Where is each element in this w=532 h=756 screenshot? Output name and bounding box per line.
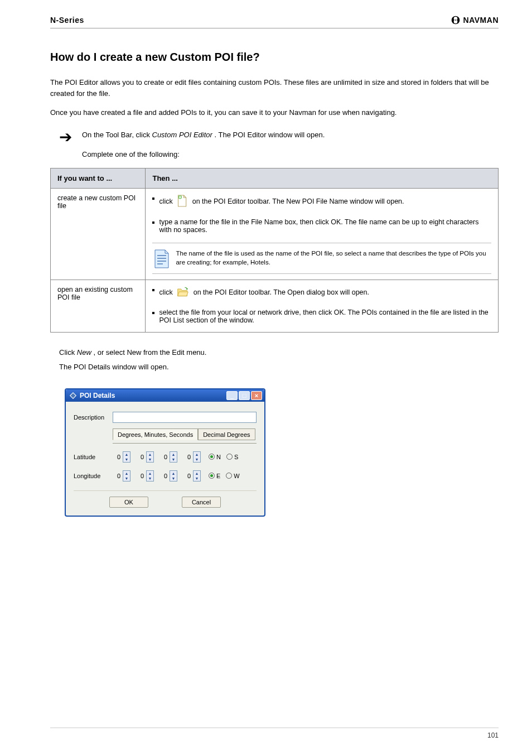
lon-deg-stepper[interactable]: ▲▼: [123, 470, 130, 481]
description-input[interactable]: [113, 412, 257, 423]
brand-name: NAVMAN: [463, 16, 499, 25]
table-header-1: If you want to ...: [51, 168, 146, 188]
step-1-tooltip: Custom POI Editor: [152, 131, 212, 139]
lon-west-label: W: [234, 473, 239, 479]
table-r1c1: create a new custom POI file: [51, 188, 146, 280]
arrow-right-icon: ➔: [59, 129, 72, 145]
maximize-button[interactable]: □: [239, 391, 250, 400]
lon-east-radio[interactable]: E: [209, 473, 220, 479]
r1-b1-b: on the POI Editor toolbar. The New POI F…: [192, 198, 404, 205]
series-label: N-Series: [50, 16, 84, 25]
description-label: Description: [74, 414, 113, 421]
tab-decimal[interactable]: Decimal Degrees: [198, 428, 255, 440]
bottom-a: Click: [59, 348, 77, 357]
step-2-intro: Complete one of the following:: [82, 149, 325, 160]
bottom-step-line-1: Click New , or select New from the Edit …: [59, 347, 499, 358]
lat-north-label: N: [216, 454, 221, 460]
lon-sec-stepper[interactable]: ▲▼: [170, 470, 177, 481]
brand-logo: NAVMAN: [451, 16, 499, 25]
lon-west-radio[interactable]: W: [226, 473, 239, 479]
bottom-tooltip: New: [77, 348, 91, 357]
bottom-step-line-2: The POI Details window will open.: [59, 362, 499, 373]
lon-min-stepper[interactable]: ▲▼: [146, 470, 154, 481]
longitude-label: Longitude: [74, 473, 113, 479]
lat-sub-stepper[interactable]: ▲▼: [193, 451, 201, 463]
step-1-part-a: On the Tool Bar, click: [82, 131, 152, 139]
step-1-text: On the Tool Bar, click Custom POI Editor…: [82, 129, 325, 160]
lat-deg-value: 0: [113, 454, 120, 460]
bullet-icon: [152, 198, 154, 200]
lat-south-label: S: [234, 454, 238, 460]
r2-b1-b: on the POI Editor toolbar. The Open dial…: [194, 288, 369, 296]
ok-button[interactable]: OK: [109, 497, 148, 508]
navman-logo-icon: [451, 16, 460, 25]
r1-b2: type a name for the file in the File Nam…: [159, 218, 491, 234]
r1-note: The name of the file is used as the name…: [176, 249, 490, 267]
page-heading: How do I create a new Custom POI file?: [50, 51, 499, 64]
poi-window-icon: [69, 392, 77, 399]
poi-details-window: POI Details _ □ × Description Degrees, M…: [65, 388, 265, 517]
lat-min-stepper[interactable]: ▲▼: [146, 451, 154, 463]
bullet-icon: [152, 312, 154, 314]
options-table: If you want to ... Then ... create a new…: [50, 168, 499, 333]
new-file-icon: [177, 194, 188, 209]
poi-titlebar: POI Details _ □ ×: [66, 389, 264, 402]
lat-sub-value: 0: [183, 454, 191, 460]
bullet-icon: [152, 221, 154, 224]
lon-min-value: 0: [136, 473, 144, 479]
intro-para-2: Once you have created a file and added P…: [50, 107, 499, 118]
lon-sub-value: 0: [183, 473, 191, 479]
poi-window-title: POI Details: [80, 392, 115, 399]
tab-dms[interactable]: Degrees, Minutes, Seconds: [113, 428, 198, 440]
r1-b1-a: click: [159, 198, 175, 205]
open-file-icon: [177, 286, 189, 300]
lon-east-label: E: [216, 473, 220, 479]
intro-para-1: The POI Editor allows you to create or e…: [50, 77, 499, 99]
lat-deg-stepper[interactable]: ▲▼: [123, 451, 130, 463]
bottom-b: , or select New from the Edit menu.: [93, 348, 206, 357]
minimize-button[interactable]: _: [226, 391, 238, 400]
r2-b1-a: click: [159, 288, 175, 296]
table-r2c1: open an existing custom POI file: [51, 280, 146, 332]
lon-sub-stepper[interactable]: ▲▼: [193, 470, 201, 481]
table-header-2: Then ...: [146, 168, 499, 188]
lat-south-radio[interactable]: S: [226, 454, 238, 460]
note-icon: [153, 249, 170, 268]
lon-deg-value: 0: [113, 473, 120, 479]
latitude-label: Latitude: [74, 454, 113, 460]
lon-sec-value: 0: [159, 473, 167, 479]
step-1-part-b: . The POI Editor window will open.: [215, 131, 325, 139]
table-row: open an existing custom POI file click: [51, 280, 499, 332]
page-number: 101: [50, 728, 499, 739]
cancel-button[interactable]: Cancel: [182, 497, 221, 508]
r2-b2: select the file from your local or netwo…: [159, 309, 491, 324]
bullet-icon: [152, 289, 154, 291]
close-button[interactable]: ×: [251, 391, 262, 400]
lat-sec-stepper[interactable]: ▲▼: [170, 451, 177, 463]
lat-min-value: 0: [136, 454, 144, 460]
lat-north-radio[interactable]: N: [209, 454, 221, 460]
lat-sec-value: 0: [159, 454, 167, 460]
table-row: create a new custom POI file click: [51, 188, 499, 280]
